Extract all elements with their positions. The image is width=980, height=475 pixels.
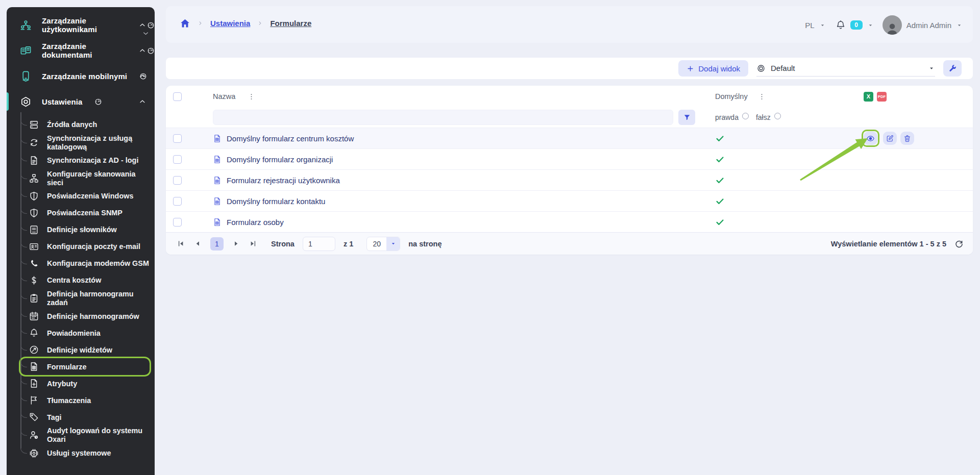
next-page-icon[interactable]: [232, 239, 240, 248]
previous-page-icon[interactable]: [193, 239, 202, 248]
row-checkbox[interactable]: [173, 197, 182, 206]
view-selector[interactable]: Default: [756, 60, 935, 77]
form-name-link[interactable]: Formularz osoby: [227, 218, 284, 227]
check-icon: [715, 155, 725, 164]
current-page-button[interactable]: 1: [210, 237, 224, 251]
gauge-icon: [147, 21, 155, 29]
pdf-export-icon[interactable]: PDF: [877, 92, 887, 102]
form-icon: [213, 197, 222, 206]
form-icon: [213, 134, 222, 143]
sidebar-item-chip[interactable]: Usługi systemowe: [20, 445, 155, 462]
notifications-bell-icon[interactable]: [836, 20, 846, 30]
row-checkbox[interactable]: [173, 155, 182, 164]
sidebar-item-label: Usługi systemowe: [47, 449, 111, 458]
view-selector-caret-icon: [928, 65, 935, 72]
book-icon: [29, 225, 39, 235]
sidebar-section-settings[interactable]: Ustawienia: [7, 89, 155, 114]
column-header-domyslny[interactable]: Domyślny: [715, 92, 748, 101]
filter-false-radio[interactable]: [774, 113, 781, 119]
language-selector[interactable]: PL: [805, 21, 814, 30]
delete-button[interactable]: [900, 132, 914, 145]
sidebar-item-label: Centra kosztów: [47, 276, 101, 285]
name-filter-input[interactable]: [213, 110, 673, 125]
table-row[interactable]: Formularz osoby: [166, 211, 973, 232]
sidebar-item-label: Powiadomienia: [47, 329, 101, 338]
sidebar-item-flag[interactable]: Tłumaczenia: [20, 392, 155, 409]
last-page-icon[interactable]: [249, 239, 257, 248]
excel-export-icon[interactable]: X: [864, 92, 873, 102]
form-icon: [213, 155, 222, 164]
domyslny-column-menu-icon[interactable]: [758, 93, 766, 101]
filter-funnel-button[interactable]: [678, 110, 695, 125]
sidebar-item-bell[interactable]: Powiadomienia: [20, 324, 155, 341]
notification-count-badge[interactable]: 0: [850, 20, 863, 30]
sidebar: Zarządzanie użytkownikami Zarządzanie do…: [7, 7, 155, 475]
sidebar-item-dollar[interactable]: Centra kosztów: [20, 272, 155, 289]
table-row[interactable]: Formularz rejestracji użytkownika: [166, 169, 973, 190]
sidebar-item-attribute[interactable]: Atrybuty: [20, 375, 155, 392]
sidebar-item-network[interactable]: Konfiguracje skanowania sieci: [20, 169, 155, 188]
table-row[interactable]: Domyślny formularz kontaktu: [166, 190, 973, 211]
sidebar-item-widget[interactable]: Definicje widżetów: [20, 341, 155, 358]
sidebar-item-contact-card[interactable]: Konfiguracja poczty e-mail: [20, 238, 155, 255]
form-name-link[interactable]: Domyślny formularz organizacji: [227, 155, 333, 164]
form-name-link[interactable]: Domyślny formularz centrum kosztów: [227, 134, 354, 143]
sidebar-item-label: Konfiguracja modemów GSM: [47, 259, 149, 268]
sidebar-item-shield[interactable]: Poświadczenia Windows: [20, 188, 155, 205]
page-number-input[interactable]: [303, 237, 335, 251]
sidebar-item-sync[interactable]: Synchronizacja z usługą katalogową: [20, 133, 155, 152]
edit-icon: [886, 135, 894, 142]
table-row[interactable]: Domyślny formularz organizacji: [166, 148, 973, 169]
sidebar-item-database[interactable]: Źródła danych: [20, 116, 155, 133]
sidebar-item-tag[interactable]: Tagi: [20, 409, 155, 426]
view-icon: [756, 64, 766, 73]
sidebar-item-form[interactable]: Formularze: [20, 358, 150, 375]
sidebar-section-users[interactable]: Zarządzanie użytkownikami: [7, 12, 155, 38]
page-of-label: z 1: [344, 240, 353, 248]
sidebar-item-label: Definicje widżetów: [47, 346, 112, 355]
first-page-icon[interactable]: [177, 239, 185, 248]
sidebar-item-clipboard[interactable]: Definicja harmonogramu zadań: [20, 289, 155, 308]
view-button[interactable]: [864, 132, 877, 145]
breadcrumb-formularze[interactable]: Formularze: [270, 19, 311, 28]
breadcrumb: Ustawienia Formularze: [180, 18, 311, 29]
add-view-button[interactable]: Dodaj widok: [678, 60, 748, 77]
form-name-link[interactable]: Domyślny formularz kontaktu: [227, 197, 325, 206]
nazwa-column-menu-icon[interactable]: [248, 93, 255, 101]
sidebar-section-documents[interactable]: Zarządzanie dokumentami: [7, 38, 155, 63]
home-icon[interactable]: [180, 18, 190, 29]
user-name[interactable]: Admin Admin: [906, 21, 951, 30]
sidebar-item-phone[interactable]: Konfiguracja modemów GSM: [20, 255, 155, 272]
page-size-select[interactable]: 20: [366, 237, 400, 251]
sidebar-item-book[interactable]: Definicje słowników: [20, 221, 155, 238]
sidebar-item-doc[interactable]: Synchronizacja z AD - logi: [20, 152, 155, 169]
table-filter-row: prawda fałsz: [166, 107, 973, 128]
language-caret-icon[interactable]: [819, 22, 826, 29]
tag-icon: [29, 412, 39, 422]
sidebar-section-mobile[interactable]: Zarządzanie mobilnymi: [7, 63, 155, 89]
breadcrumb-ustawienia[interactable]: Ustawienia: [210, 19, 250, 28]
database-icon: [29, 120, 39, 130]
chevron-up-icon: [138, 72, 146, 80]
row-checkbox[interactable]: [173, 218, 182, 227]
refresh-icon[interactable]: [954, 239, 964, 248]
sidebar-item-user-audit[interactable]: Audyt logowań do systemu Oxari: [20, 426, 155, 444]
sidebar-item-calendar[interactable]: Definicje harmonogramów: [20, 308, 155, 324]
notifications-caret-icon[interactable]: [867, 22, 874, 29]
user-menu-caret-icon[interactable]: [956, 22, 963, 29]
edit-button[interactable]: [883, 132, 897, 145]
person-icon: [885, 21, 900, 35]
grid-settings-button[interactable]: [943, 60, 962, 77]
column-header-nazwa[interactable]: Nazwa: [213, 92, 235, 101]
sidebar-item-shield[interactable]: Poświadczenia SNMP: [20, 205, 155, 221]
filter-true-radio[interactable]: [742, 113, 749, 119]
row-checkbox[interactable]: [173, 176, 182, 185]
doc-icon: [29, 156, 39, 165]
row-checkbox[interactable]: [173, 134, 182, 143]
select-all-checkbox[interactable]: [173, 92, 182, 101]
table-row[interactable]: Domyślny formularz centrum kosztów: [166, 128, 973, 148]
avatar[interactable]: [883, 15, 902, 35]
check-icon: [715, 217, 725, 227]
form-name-link[interactable]: Formularz rejestracji użytkownika: [227, 176, 340, 185]
clipboard-icon: [29, 293, 39, 303]
